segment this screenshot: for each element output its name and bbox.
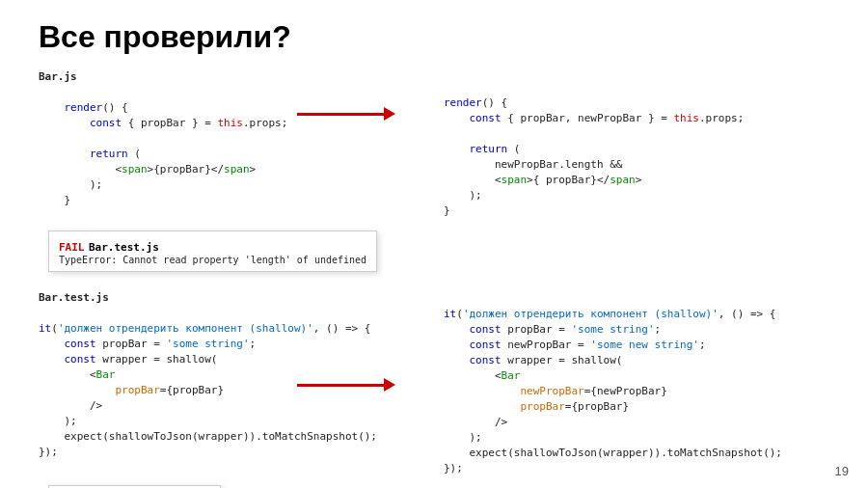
bottom-section: Bar.test.js it('должен отрендерить компо… [39, 291, 829, 488]
bartestjs-file-label: Bar.test.js [39, 291, 444, 304]
top-section: Bar.js render() { const { propBar } = th… [39, 70, 829, 272]
bartestjs-updated-code: it('должен отрендерить компонент (shallo… [444, 291, 868, 488]
barjs-file-label: Bar.js [39, 70, 444, 83]
fail-box-wrapper: FAIL Bar.test.js TypeError: Cannot read … [48, 227, 444, 272]
arrow-line-bottom [297, 384, 384, 387]
pass-box-wrapper: PASS Bar.test.js PASS MyComponent.test.j… [48, 481, 444, 488]
bartestjs-updated-section: it('должен отрендерить компонент (shallo… [444, 291, 868, 488]
arrow-bottom [297, 378, 395, 392]
bar-js-section: Bar.js render() { const { propBar } = th… [39, 70, 444, 272]
slide-title: Все проверили? [39, 19, 829, 55]
barjs-code: render() { const { propBar } = this.prop… [39, 85, 444, 223]
arrow-head-bottom [384, 378, 395, 392]
arrow-top [297, 107, 395, 121]
fail-message: TypeError: Cannot read property 'length'… [59, 255, 366, 265]
fail-filename: Bar.test.js [89, 241, 159, 254]
fail-status: FAIL [59, 241, 85, 254]
arrow-head-top [384, 107, 395, 121]
fail-label: FAIL Bar.test.js [59, 237, 366, 255]
barjs-updated-code: render() { const { propBar, newPropBar }… [444, 80, 868, 233]
barjs-updated-section: render() { const { propBar, newPropBar }… [444, 70, 868, 272]
slide-page: Все проверили? Bar.js render() { const {… [0, 0, 868, 488]
arrow-line-top [297, 113, 384, 116]
fail-box: FAIL Bar.test.js TypeError: Cannot read … [48, 230, 377, 272]
page-number: 19 [835, 464, 849, 478]
